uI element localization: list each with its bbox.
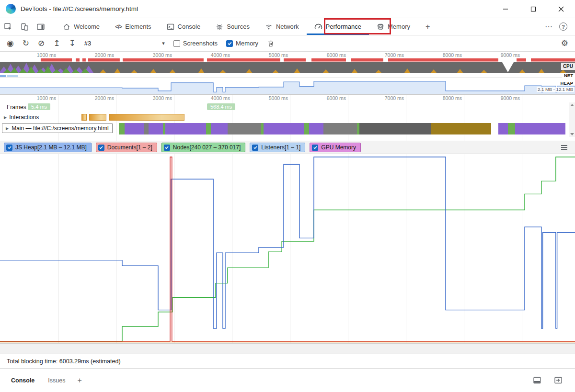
tracks-ruler: 1000 ms2000 ms3000 ms4000 ms5000 ms6000 …	[0, 95, 575, 101]
tab-console[interactable]: Console	[159, 18, 208, 35]
legend-label: Listeners[1 – 1]	[261, 144, 300, 151]
scroll-up-icon[interactable]	[570, 104, 574, 106]
add-tab-button[interactable]: +	[418, 18, 437, 35]
flame-segment[interactable]	[119, 123, 125, 134]
check-icon	[99, 145, 104, 150]
drawer-right-icons	[533, 377, 570, 384]
memory-toggle[interactable]: Memory	[226, 40, 258, 47]
memory-chart[interactable]	[0, 154, 575, 343]
record-button[interactable]: ◉	[7, 39, 14, 47]
details-empty-strip	[0, 343, 575, 354]
device-emulation-button[interactable]	[16, 18, 33, 35]
performance-toolbar: ◉ ↻ ⊘ ↥ ↧ #3 ▾ Screenshots Memory ⚙	[0, 35, 575, 52]
legend-item[interactable]: Nodes[240 027 – 370 017]	[161, 143, 245, 152]
ruler-label: 3000 ms	[153, 52, 174, 58]
flame-segment[interactable]	[309, 123, 323, 134]
timeline-overview[interactable]: 1000 ms2000 ms3000 ms4000 ms5000 ms6000 …	[0, 52, 575, 95]
interaction-bar[interactable]	[81, 114, 87, 121]
screenshots-checkbox[interactable]	[173, 40, 180, 47]
check-icon	[227, 41, 232, 46]
inspect-element-button[interactable]	[0, 18, 16, 35]
tab-sources[interactable]: Sources	[208, 18, 257, 35]
ruler-label: 4000 ms	[211, 95, 232, 101]
flame-segment[interactable]	[165, 123, 206, 134]
dock-side-button[interactable]	[33, 18, 49, 35]
tab-memory[interactable]: Memory	[369, 18, 418, 35]
edge-logo-icon	[6, 4, 16, 14]
long-task-bar	[76, 58, 80, 62]
legend-checkbox[interactable]	[312, 145, 318, 151]
ruler-label: 7000 ms	[385, 95, 406, 101]
main-track-header[interactable]: ▶ Main — file:///C:/screens/memory.html	[2, 123, 113, 133]
legend-checkbox[interactable]	[6, 145, 12, 151]
close-icon	[558, 6, 564, 12]
heap-track-label: HEAP	[559, 80, 575, 86]
interaction-bar[interactable]	[109, 114, 184, 121]
ruler-label: 8000 ms	[443, 52, 464, 58]
drawer-add-tab-button[interactable]: +	[72, 376, 86, 385]
load-profile-button[interactable]: ↥	[53, 39, 60, 47]
flame-segment[interactable]	[498, 123, 508, 134]
net-request-bar	[0, 75, 6, 77]
console-icon	[167, 23, 174, 31]
help-button[interactable]: ?	[559, 22, 567, 31]
flame-segment[interactable]	[228, 123, 261, 134]
save-profile-button[interactable]: ↧	[69, 39, 76, 47]
caret-right-icon: ▶	[6, 126, 9, 131]
flame-segment[interactable]	[206, 123, 211, 134]
flame-segment[interactable]	[144, 123, 149, 134]
flame-segment[interactable]	[515, 123, 565, 134]
clear-recording-button[interactable]: ⊘	[38, 39, 45, 47]
legend-checkbox[interactable]	[98, 145, 104, 151]
screenshots-label: Screenshots	[183, 40, 218, 47]
flame-segment[interactable]	[359, 123, 431, 134]
flame-segment[interactable]	[211, 123, 228, 134]
tracks-scrollbar[interactable]	[569, 102, 575, 137]
flame-segment[interactable]	[304, 123, 309, 134]
tab-network[interactable]: Network	[257, 18, 307, 35]
ruler-label: 6000 ms	[327, 52, 348, 58]
close-button[interactable]	[547, 0, 575, 18]
tab-welcome[interactable]: Welcome	[55, 18, 107, 35]
interaction-bar[interactable]	[89, 114, 106, 121]
flame-segment[interactable]	[264, 123, 304, 134]
scroll-down-icon[interactable]	[570, 133, 574, 135]
legend-item[interactable]: GPU Memory	[310, 143, 361, 152]
drawer-tab-console[interactable]: Console	[5, 369, 41, 392]
interactions-track-header[interactable]: ▶ Interactions	[4, 114, 39, 121]
tab-elements[interactable]: </> Elements	[107, 18, 159, 35]
long-task-bar	[41, 58, 72, 62]
legend-item[interactable]: Listeners[1 – 1]	[250, 143, 305, 152]
legend-checkbox[interactable]	[164, 145, 170, 151]
expand-panel-icon[interactable]	[554, 377, 563, 384]
reload-and-record-button[interactable]: ↻	[23, 39, 29, 47]
memory-checkbox[interactable]	[226, 40, 233, 47]
flame-segment[interactable]	[508, 123, 515, 134]
flame-segment[interactable]	[431, 123, 491, 134]
legend-item[interactable]: Documents[1 – 2]	[96, 143, 157, 152]
legend-label: GPU Memory	[321, 144, 356, 151]
delete-recording-icon[interactable]	[267, 40, 275, 47]
total-blocking-time-text: Total blocking time: 6003.29ms (estimate…	[7, 358, 121, 365]
settings-gear-icon[interactable]: ⚙	[561, 38, 568, 48]
ruler-label: 3000 ms	[153, 95, 174, 101]
hamburger-menu-icon[interactable]	[561, 145, 567, 150]
flame-segment[interactable]	[149, 123, 163, 134]
screenshots-toggle[interactable]: Screenshots	[173, 40, 218, 47]
minimize-button[interactable]	[492, 0, 519, 18]
maximize-button[interactable]	[519, 0, 547, 18]
dock-drawer-icon[interactable]	[533, 377, 541, 384]
ruler-label: 2000 ms	[95, 95, 116, 101]
tab-label: Elements	[125, 23, 151, 30]
console-drawer: Console Issues +	[0, 368, 575, 392]
legend-items: JS Heap[2.1 MB – 12.1 MB]Documents[1 – 2…	[4, 143, 361, 152]
legend-item[interactable]: JS Heap[2.1 MB – 12.1 MB]	[4, 143, 92, 152]
more-menu-button[interactable]: ⋯	[545, 22, 552, 31]
flame-segment[interactable]	[323, 123, 357, 134]
tab-performance[interactable]: Performance	[307, 18, 369, 35]
drawer-tab-issues[interactable]: Issues	[42, 369, 71, 392]
profile-select-dropdown[interactable]: #3 ▾	[84, 40, 165, 47]
flame-segment[interactable]	[125, 123, 144, 134]
legend-checkbox[interactable]	[252, 145, 258, 151]
inspect-icon	[4, 22, 12, 31]
